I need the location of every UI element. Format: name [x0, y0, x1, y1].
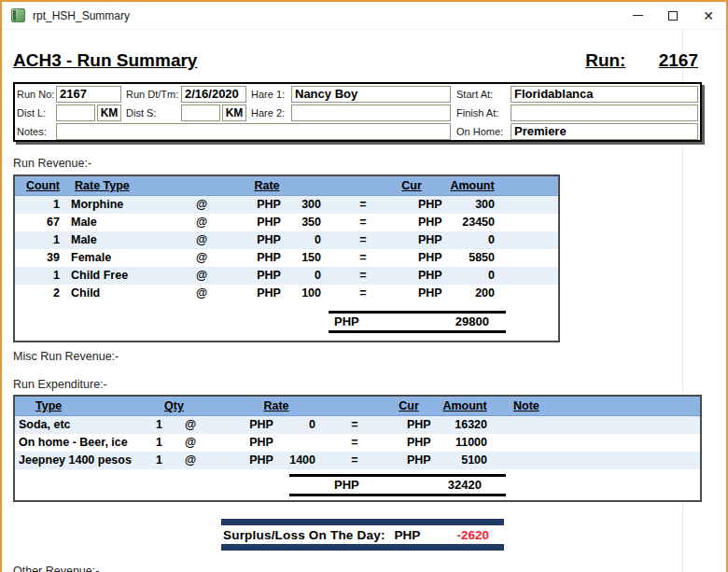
run-revenue-table: Count Rate Type Rate Cur Amount 1 Morphi…	[13, 174, 560, 342]
qty-cell: 1	[146, 452, 162, 469]
at-symbol: @	[183, 196, 220, 214]
currency-cell: PHP	[405, 267, 446, 285]
table-row: 39 Female @ PHP 150 = PHP 5850	[15, 249, 558, 267]
amount-cell: 0	[446, 267, 495, 285]
rate-cell	[282, 434, 315, 452]
count-cell: 2	[15, 285, 60, 302]
minimize-button[interactable]	[620, 2, 655, 29]
currency-cell: PHP	[405, 196, 446, 214]
finish-at-value	[511, 105, 698, 121]
maximize-button[interactable]	[655, 2, 691, 29]
page-title: ACH3 - Run Summary	[13, 50, 197, 71]
window-controls: ✕	[620, 2, 726, 29]
revenue-total: PHP 29800	[329, 311, 506, 333]
at-symbol: @	[183, 285, 220, 302]
finish-at-label: Finish At:	[456, 107, 498, 119]
surplus-currency: PHP	[395, 528, 421, 542]
run-number: 2167	[659, 50, 698, 70]
equals-symbol: =	[315, 434, 394, 452]
notes-label: Notes:	[17, 126, 47, 137]
surplus-amount: -2620	[456, 528, 504, 542]
surplus-banner: Surplus/Loss On The Day: PHP -2620	[221, 519, 504, 551]
at-symbol: @	[162, 452, 218, 469]
rate-type-cell: Child	[60, 285, 183, 302]
type-cell: Jeepney 1400 pesos	[15, 452, 146, 469]
table-row: Jeepney 1400 pesos 1 @ PHP 1400 = PHP 51…	[15, 452, 700, 469]
revenue-header-row: Count Rate Type Rate Cur Amount	[15, 176, 558, 196]
amount-cell: 11000	[433, 434, 487, 452]
dist-s-label: Dist S:	[126, 107, 156, 119]
equals-symbol: =	[321, 249, 405, 267]
rate-currency-cell: PHP	[248, 249, 289, 267]
type-cell: Soda, etc	[15, 416, 146, 434]
report-icon	[11, 8, 25, 22]
rate-cell: 0	[289, 231, 321, 249]
at-symbol: @	[183, 267, 220, 285]
note-cell	[487, 434, 700, 452]
at-symbol: @	[162, 416, 218, 434]
revenue-header-rate: Rate	[202, 176, 332, 195]
rate-cell: 350	[289, 214, 321, 231]
expenditure-header-type: Type	[15, 397, 155, 415]
expenditure-total: PHP 32420	[289, 474, 506, 496]
rate-currency-cell: PHP	[241, 416, 282, 434]
rate-currency-cell: PHP	[248, 214, 289, 231]
rate-currency-cell: PHP	[241, 452, 282, 469]
expenditure-header-cur: Cur	[388, 397, 429, 415]
maximize-icon	[668, 11, 678, 21]
rate-cell: 150	[289, 249, 321, 267]
revenue-header-rate-type: Rate Type	[71, 176, 202, 195]
on-home-value: Premiere	[511, 123, 698, 140]
notes-value	[56, 123, 451, 140]
revenue-header-cur: Cur	[388, 176, 435, 195]
rate-type-cell: Male	[60, 231, 183, 249]
amount-cell: 5100	[433, 452, 487, 469]
run-revenue-section-label: Run Revenue:-	[13, 157, 726, 170]
app-window: rpt_HSH_Summary ✕ ACH3 - Run Summary Run…	[0, 0, 728, 572]
equals-symbol: =	[321, 285, 405, 302]
rate-cell: 0	[282, 416, 315, 434]
table-row: 1 Morphine @ PHP 300 = PHP 300	[15, 196, 558, 214]
hare1-label: Hare 1:	[251, 89, 285, 100]
on-home-label: On Home:	[456, 126, 503, 137]
equals-symbol: =	[315, 452, 394, 469]
currency-cell: PHP	[405, 249, 446, 267]
equals-symbol: =	[321, 231, 405, 249]
amount-cell: 0	[446, 231, 495, 249]
other-revenue-section-label: Other Revenue:-	[13, 565, 726, 572]
run-expenditure-section-label: Run Expenditure:-	[13, 378, 726, 391]
at-symbol: @	[183, 231, 220, 249]
table-row: 1 Male @ PHP 0 = PHP 0	[15, 231, 558, 249]
dist-l-label: Dist L:	[17, 107, 46, 119]
info-box: Run No: 2167 Run Dt/Tm: 2/16/2020 Hare 1…	[13, 82, 702, 142]
dist-l-value	[56, 105, 95, 121]
rate-cell: 100	[289, 285, 321, 302]
currency-cell: PHP	[405, 285, 446, 302]
qty-cell: 1	[146, 434, 162, 452]
revenue-total-currency: PHP	[329, 314, 359, 330]
rate-currency-cell: PHP	[248, 285, 289, 302]
expenditure-header-rate: Rate	[211, 397, 342, 415]
note-cell	[487, 416, 700, 434]
table-row: 2 Child @ PHP 100 = PHP 200	[15, 285, 558, 302]
run-label: Run:	[585, 50, 625, 70]
at-symbol: @	[183, 249, 220, 267]
revenue-header-spacer	[332, 176, 388, 195]
revenue-header-amount: Amount	[435, 176, 510, 195]
close-button[interactable]: ✕	[691, 2, 726, 29]
hare2-value	[291, 105, 451, 121]
revenue-total-amount: 29800	[455, 314, 506, 330]
run-expenditure-table: Type Qty Rate Cur Amount Note Soda, etc …	[13, 395, 702, 502]
count-cell: 1	[15, 196, 60, 214]
table-row: Soda, etc 1 @ PHP 0 = PHP 16320	[15, 416, 700, 434]
run-dttm-value: 2/16/2020	[181, 86, 246, 103]
run-no-label: Run No:	[17, 89, 54, 100]
rate-cell: 300	[289, 196, 321, 214]
titlebar: rpt_HSH_Summary ✕	[2, 2, 726, 30]
misc-run-revenue-section-label: Misc Run Revenue:-	[13, 350, 726, 363]
report-title-row: ACH3 - Run Summary Run: 2167	[13, 50, 726, 71]
hare2-label: Hare 2:	[251, 107, 285, 119]
rate-currency-cell: PHP	[248, 267, 289, 285]
expenditure-header-row: Type Qty Rate Cur Amount Note	[15, 397, 700, 416]
type-cell: On home - Beer, ice	[15, 434, 146, 452]
